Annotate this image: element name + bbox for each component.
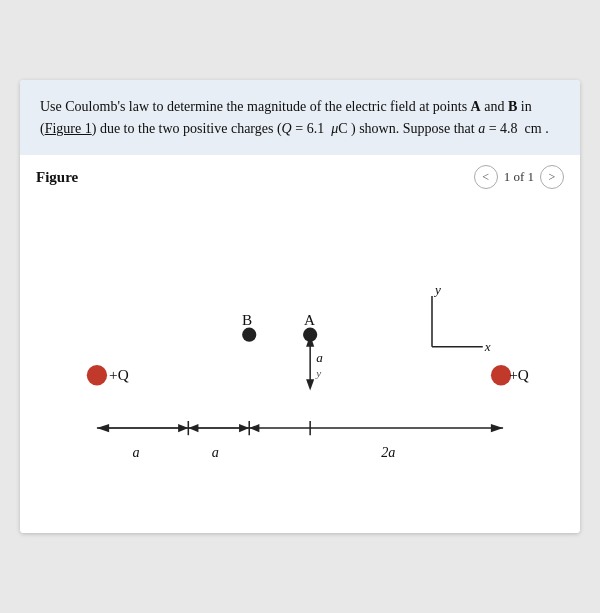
problem-text-box: Use Coulomb's law to determine the magni… [20,80,580,155]
point-b-dot [242,328,256,342]
main-card: Use Coulomb's law to determine the magni… [20,80,580,533]
label-2a: 2a [381,444,395,460]
left-charge-dot [87,365,107,385]
y-direction-label: y [315,367,321,379]
right-charge-dot [491,365,511,385]
prev-button[interactable]: < [474,165,498,189]
right-baseline-arrow [491,424,503,432]
point-a-label: A [304,311,315,328]
seg2-right-arrow [249,424,259,432]
figure-header: Figure < 1 of 1 > [36,165,564,189]
figure-link[interactable]: Figure 1 [45,121,92,136]
next-button[interactable]: > [540,165,564,189]
point-b-label: B [242,311,252,328]
figure-label: Figure [36,169,78,186]
figure-nav: < 1 of 1 > [474,165,564,189]
figure-diagram: +Q +Q B A a y [36,197,564,517]
figure-section: Figure < 1 of 1 > +Q +Q B A [20,155,580,533]
left-charge-label: +Q [109,367,129,384]
x-axis-label: x [484,339,491,354]
figure-counter: 1 of 1 [504,169,534,185]
seg1-left-arrow [178,424,188,432]
right-charge-label: +Q [509,367,529,384]
seg2-left-arrow [239,424,249,432]
a-arrow-down-head [306,380,314,391]
label-a2: a [212,444,219,460]
a-label-vertical: a [316,350,323,365]
problem-text: Use Coulomb's law to determine the magni… [40,99,549,136]
label-a1: a [132,444,139,460]
y-axis-label: y [433,282,441,297]
seg1-right-arrow [188,424,198,432]
